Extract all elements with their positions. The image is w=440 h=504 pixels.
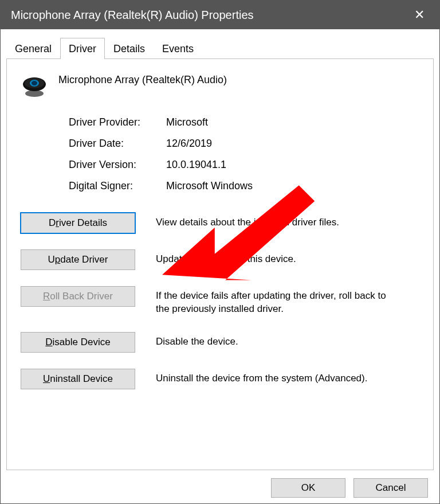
driver-version-value: 10.0.19041.1 xyxy=(166,159,419,171)
webcam-icon xyxy=(21,73,48,100)
tab-details[interactable]: Details xyxy=(105,38,154,59)
device-name: Microphone Array (Realtek(R) Audio) xyxy=(58,74,227,86)
driver-version-label: Driver Version: xyxy=(69,159,166,171)
svg-point-4 xyxy=(32,81,37,85)
action-row-details: Driver Details View details about the in… xyxy=(21,213,419,233)
close-icon[interactable]: ✕ xyxy=(410,6,429,24)
client-area: General Driver Details Events Microphone… xyxy=(1,29,439,503)
update-driver-desc: Update the driver for this device. xyxy=(156,249,296,266)
disable-device-desc: Disable the device. xyxy=(156,332,238,349)
cancel-button[interactable]: Cancel xyxy=(353,478,428,498)
tab-panel-driver: Microphone Array (Realtek(R) Audio) Driv… xyxy=(6,59,434,470)
properties-dialog: Microphone Array (Realtek(R) Audio) Prop… xyxy=(0,0,440,504)
driver-provider-label: Driver Provider: xyxy=(69,116,166,128)
action-row-update: Update Driver Update the driver for this… xyxy=(21,249,419,270)
btn-text: Roll Back Driver xyxy=(43,291,113,302)
window-title: Microphone Array (Realtek(R) Audio) Prop… xyxy=(11,9,254,22)
driver-provider-value: Microsoft xyxy=(166,116,419,128)
titlebar: Microphone Array (Realtek(R) Audio) Prop… xyxy=(1,1,439,29)
btn-text: Driver Details xyxy=(49,217,107,229)
device-header: Microphone Array (Realtek(R) Audio) xyxy=(21,72,419,100)
uninstall-device-desc: Uninstall the device from the system (Ad… xyxy=(156,369,367,385)
roll-back-driver-button: Roll Back Driver xyxy=(21,286,135,307)
roll-back-driver-desc: If the device fails after updating the d… xyxy=(156,286,396,316)
tab-driver[interactable]: Driver xyxy=(60,38,105,59)
driver-info: Driver Provider: Microsoft Driver Date: … xyxy=(69,116,419,192)
driver-date-label: Driver Date: xyxy=(69,138,166,150)
driver-details-desc: View details about the installed driver … xyxy=(156,213,339,229)
btn-text: Disable Device xyxy=(45,337,110,348)
action-row-rollback: Roll Back Driver If the device fails aft… xyxy=(21,286,419,316)
tab-strip: General Driver Details Events xyxy=(6,37,434,59)
tab-events[interactable]: Events xyxy=(154,38,202,59)
driver-date-value: 12/6/2019 xyxy=(166,138,419,150)
dialog-footer: OK Cancel xyxy=(6,470,434,498)
driver-details-button[interactable]: Driver Details xyxy=(21,213,135,233)
digital-signer-value: Microsoft Windows xyxy=(166,180,419,192)
disable-device-button[interactable]: Disable Device xyxy=(21,332,135,353)
uninstall-device-button[interactable]: Uninstall Device xyxy=(21,369,135,389)
update-driver-button[interactable]: Update Driver xyxy=(21,249,135,270)
ok-button[interactable]: OK xyxy=(271,478,345,498)
tab-general[interactable]: General xyxy=(6,38,60,59)
btn-text: Update Driver xyxy=(48,254,108,265)
action-row-uninstall: Uninstall Device Uninstall the device fr… xyxy=(21,369,419,389)
action-row-disable: Disable Device Disable the device. xyxy=(21,332,419,353)
digital-signer-label: Digital Signer: xyxy=(69,180,166,192)
btn-text: Uninstall Device xyxy=(43,373,113,385)
